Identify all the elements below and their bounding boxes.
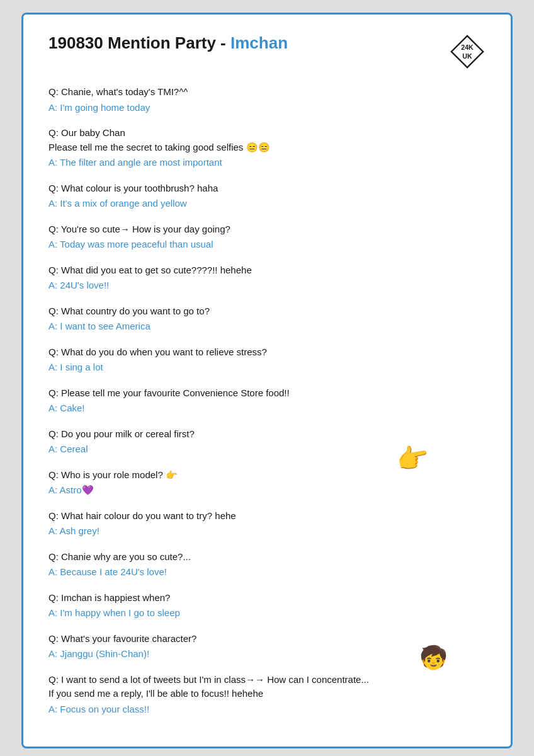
qa-block: Q: What country do you want to go to?A: …: [48, 304, 486, 334]
answer-text: A: Today was more peaceful than usual: [48, 238, 486, 252]
qa-block: Q: Our baby Chan Please tell me the secr…: [48, 126, 486, 170]
question-text: Q: What colour is your toothbrush? haha: [48, 181, 486, 196]
logo-diamond: 24K UK: [449, 33, 486, 70]
question-text: Q: What country do you want to go to?: [48, 304, 486, 319]
qa-container: Q: Chanie, what's today's TMI?^^A: I'm g…: [48, 85, 486, 716]
qa-block: Q: What hair colour do you want to try? …: [48, 509, 486, 539]
qa-block: Q: What colour is your toothbrush? hahaA…: [48, 181, 486, 211]
header: 190830 Mention Party - Imchan 24K UK: [48, 33, 486, 70]
question-text: Q: Do you pour milk or cereal first?: [48, 427, 486, 442]
qa-block: Q: Imchan is happiest when?A: I'm happy …: [48, 591, 486, 621]
answer-text: A: I'm going home today: [48, 101, 486, 115]
page-title: 190830 Mention Party - Imchan: [48, 33, 288, 53]
title-text: 190830 Mention Party -: [48, 33, 230, 52]
qa-block: Q: I want to send a lot of tweets but I'…: [48, 673, 486, 717]
svg-text:24K: 24K: [461, 43, 474, 51]
question-text: Q: Our baby Chan Please tell me the secr…: [48, 126, 486, 154]
answer-text: A: Because I ate 24U's love!: [48, 565, 486, 580]
answer-text: A: Ash grey!: [48, 524, 486, 539]
qa-block: Q: Chanie, what's today's TMI?^^A: I'm g…: [48, 85, 486, 115]
question-text: Q: What do you do when you want to relie…: [48, 345, 486, 360]
answer-text: A: I'm happy when I go to sleep: [48, 606, 486, 621]
qa-block: Q: Chanie why are you so cute?...A: Beca…: [48, 550, 486, 580]
answer-text: A: Cake!: [48, 401, 486, 416]
answer-text: A: I sing a lot: [48, 360, 486, 375]
question-text: Q: Chanie, what's today's TMI?^^: [48, 85, 486, 100]
qa-block: Q: What did you eat to get so cute????!!…: [48, 263, 486, 293]
hand-pointer-emoji: 👉: [394, 440, 431, 476]
main-card: 190830 Mention Party - Imchan 24K UK Q: …: [21, 13, 513, 748]
question-text: Q: Imchan is happiest when?: [48, 591, 486, 605]
answer-text: A: The filter and angle are most importa…: [48, 156, 486, 170]
question-text: Q: You're so cute→ How is your day going…: [48, 222, 486, 237]
qa-block: Q: What do you do when you want to relie…: [48, 345, 486, 375]
answer-text: A: I want to see America: [48, 319, 486, 334]
qa-block: Q: Please tell me your favourite Conveni…: [48, 386, 486, 416]
question-text: Q: Please tell me your favourite Conveni…: [48, 386, 486, 401]
shinchan-emoji: 🧒: [419, 644, 448, 671]
title-highlight: Imchan: [230, 33, 288, 52]
answer-text: A: 24U's love!!: [48, 278, 486, 293]
answer-text: A: It's a mix of orange and yellow: [48, 197, 486, 211]
question-text: Q: What did you eat to get so cute????!!…: [48, 263, 486, 278]
qa-block: Q: You're so cute→ How is your day going…: [48, 222, 486, 252]
question-text: Q: What hair colour do you want to try? …: [48, 509, 486, 524]
question-text: Q: What's your favourite character?: [48, 632, 486, 646]
answer-text: A: Focus on your class!!: [48, 702, 486, 717]
question-text: Q: Chanie why are you so cute?...: [48, 550, 486, 564]
answer-text: A: Astro💜: [48, 483, 486, 498]
svg-text:UK: UK: [462, 52, 472, 60]
question-text: Q: I want to send a lot of tweets but I'…: [48, 673, 486, 701]
